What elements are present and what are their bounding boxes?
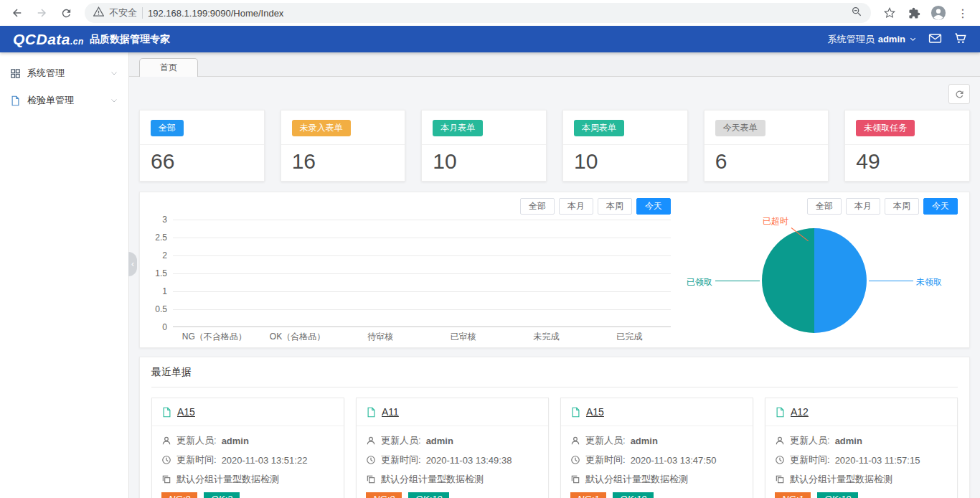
filter-month-button[interactable]: 本月 xyxy=(559,198,593,215)
pie-leader-line xyxy=(869,281,913,281)
stat-card-unclaimed: 未领取任务 49 xyxy=(844,110,970,182)
y-tick: 0 xyxy=(162,322,167,332)
ok-badge: OK:2 xyxy=(204,492,240,498)
browser-menu-icon[interactable]: ⋮ xyxy=(953,3,973,23)
stat-value: 16 xyxy=(281,145,405,178)
extensions-icon[interactable] xyxy=(904,3,924,23)
recent-card: A11 更新人员:admin 更新时间:2020-11-03 13:49:38 … xyxy=(356,398,549,498)
time-label: 更新时间: xyxy=(176,454,217,466)
stat-badge: 本月表单 xyxy=(433,120,483,136)
updater-label: 更新人员: xyxy=(790,434,830,447)
refresh-button[interactable] xyxy=(948,84,970,104)
document-link[interactable]: A15 xyxy=(586,406,604,418)
doc-description: 默认分组计量型数据检测 xyxy=(381,473,484,486)
chevron-down-icon xyxy=(110,96,118,105)
copy-icon xyxy=(775,474,785,484)
bar-chart: 3 2.5 2 1.5 1 0.5 0 2 2 1 1 xyxy=(151,220,671,327)
sidebar-item-system-management[interactable]: 系统管理 xyxy=(0,60,128,87)
main-content: 首页 全部 66 未录入表单 16 本月表单 10 xyxy=(129,52,980,498)
clock-icon xyxy=(570,455,580,465)
pie-chart-filters: 全部 本月 本周 今天 xyxy=(671,198,958,215)
clock-icon xyxy=(161,455,171,465)
back-icon[interactable] xyxy=(7,3,27,23)
y-tick: 2.5 xyxy=(155,232,167,243)
updater-label: 更新人员: xyxy=(381,434,421,447)
document-link[interactable]: A12 xyxy=(791,406,809,418)
bar-value: 1 xyxy=(435,328,492,339)
filter-week-button[interactable]: 本周 xyxy=(885,198,919,215)
mail-icon[interactable] xyxy=(928,32,942,47)
filter-week-button[interactable]: 本周 xyxy=(598,198,632,215)
reload-icon[interactable] xyxy=(56,3,76,23)
time-value: 2020-11-03 13:49:38 xyxy=(426,455,512,466)
profile-avatar[interactable] xyxy=(928,3,948,23)
person-icon xyxy=(775,436,785,446)
pie-leader-line xyxy=(715,281,760,281)
time-value: 2020-11-03 13:51:22 xyxy=(222,455,308,466)
recent-card: A15 更新人员:admin 更新时间:2020-11-03 13:51:22 … xyxy=(151,398,344,498)
url-text[interactable]: 192.168.1.199:9090/Home/Index xyxy=(148,8,846,19)
bar-value: 2 xyxy=(269,328,326,339)
filter-month-button[interactable]: 本月 xyxy=(846,198,880,215)
copy-icon xyxy=(366,474,376,484)
updater-value: admin xyxy=(631,436,658,446)
ok-badge: OK:19 xyxy=(817,492,858,498)
x-axis: NG（不合格品） OK（合格品） 待审核 已审核 未完成 已完成 xyxy=(173,327,671,343)
tab-home[interactable]: 首页 xyxy=(139,58,198,77)
not-secure-label[interactable]: 不安全 xyxy=(109,6,137,19)
stat-badge: 本周表单 xyxy=(574,120,624,136)
zoom-icon[interactable] xyxy=(851,6,862,20)
document-link[interactable]: A11 xyxy=(382,406,399,418)
chevron-down-icon xyxy=(909,35,917,43)
app-logo: QCData.cn xyxy=(13,31,84,48)
bar-value: 3 xyxy=(601,328,658,339)
stat-card-this-week: 本周表单 10 xyxy=(562,110,688,182)
copy-icon xyxy=(570,474,580,484)
bar-value: 1 xyxy=(352,328,409,339)
doc-description: 默认分组计量型数据检测 xyxy=(176,473,279,486)
stat-card-not-entered: 未录入表单 16 xyxy=(281,110,406,182)
filter-all-button[interactable]: 全部 xyxy=(807,198,842,215)
cart-icon[interactable] xyxy=(953,32,967,47)
bar-value: 2 xyxy=(187,328,243,339)
y-tick: 1 xyxy=(162,286,167,296)
doc-description: 默认分组计量型数据检测 xyxy=(585,473,688,486)
ng-badge: NG:1 xyxy=(775,492,811,498)
y-tick: 1.5 xyxy=(155,268,167,278)
time-label: 更新时间: xyxy=(381,454,421,466)
stat-card-all: 全部 66 xyxy=(139,110,265,182)
sidebar-item-inspection-management[interactable]: 检验单管理 xyxy=(0,87,128,114)
time-value: 2020-11-03 13:47:50 xyxy=(631,455,717,466)
y-axis: 3 2.5 2 1.5 1 0.5 0 xyxy=(151,220,173,327)
bar-plot-area: 2 2 1 1 1 3 xyxy=(173,220,671,327)
recent-card: A12 更新人员:admin 更新时间:2020-11-03 11:57:15 … xyxy=(765,398,958,498)
browser-chrome: 不安全 192.168.1.199:9090/Home/Index ⋮ xyxy=(0,0,980,26)
updater-value: admin xyxy=(426,436,453,446)
recent-documents-title: 最近单据 xyxy=(151,366,958,387)
document-icon xyxy=(10,95,21,106)
user-menu[interactable]: 系统管理员 admin xyxy=(828,33,917,46)
address-bar[interactable]: 不安全 192.168.1.199:9090/Home/Index xyxy=(85,3,871,23)
filter-today-button[interactable]: 今天 xyxy=(923,198,958,215)
time-value: 2020-11-03 11:57:15 xyxy=(835,455,920,466)
forward-icon[interactable] xyxy=(32,3,52,23)
chevron-down-icon xyxy=(110,69,118,77)
ok-badge: OK:19 xyxy=(613,492,654,498)
updater-value: admin xyxy=(222,436,249,446)
stat-badge: 未录入表单 xyxy=(292,120,351,136)
copy-icon xyxy=(161,474,171,484)
document-link[interactable]: A15 xyxy=(177,406,195,418)
app-header: QCData.cn 品质数据管理专家 系统管理员 admin xyxy=(0,26,980,52)
person-icon xyxy=(161,436,171,446)
not-secure-warning-icon xyxy=(93,6,104,20)
recent-card: A15 更新人员:admin 更新时间:2020-11-03 13:47:50 … xyxy=(560,398,753,498)
stats-row: 全部 66 未录入表单 16 本月表单 10 本周表单 10 今天表单 6 xyxy=(139,110,970,182)
bookmark-star-icon[interactable] xyxy=(880,3,900,23)
bar-chart-filters: 全部 本月 本周 今天 xyxy=(151,198,671,215)
stat-value: 6 xyxy=(705,145,829,178)
filter-today-button[interactable]: 今天 xyxy=(636,198,671,215)
bar-chart-section: 全部 本月 本周 今天 3 2.5 2 1.5 1 0.5 0 xyxy=(151,198,671,343)
document-icon xyxy=(775,407,786,418)
filter-all-button[interactable]: 全部 xyxy=(520,198,555,215)
pie-label-claimed: 已领取 xyxy=(687,276,712,288)
